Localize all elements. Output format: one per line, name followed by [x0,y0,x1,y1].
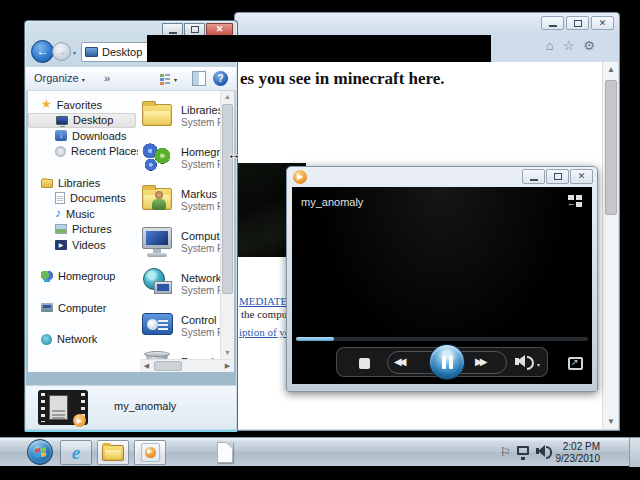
folder-icon [102,445,124,461]
nav-homegroup[interactable]: Homegroup [28,269,138,285]
selected-file-name: my_anomaly [114,400,176,412]
close-icon: ✕ [599,19,607,28]
nav-computer[interactable]: Computer [28,300,138,316]
volume-dropdown-icon[interactable]: ▾ [537,361,540,368]
taskbar-item-internet-explorer[interactable]: e [60,440,92,465]
close-icon: ✕ [216,25,224,34]
maximize-icon [554,173,562,180]
close-icon: ✕ [578,172,586,181]
maximize-icon [191,26,199,33]
now-playing-title: my_anomaly [301,196,363,208]
browser-titlebar[interactable]: ✕ [235,13,619,33]
file-item-recycle-bin[interactable]: ♻ Recycle BinSystem Folder [140,348,220,359]
player-close-button[interactable]: ✕ [570,169,593,184]
nav-downloads[interactable]: ↓Downloads [28,128,138,144]
volume-icon[interactable] [515,358,519,365]
scroll-down-icon[interactable]: ▼ [221,347,234,359]
browser-close-button[interactable]: ✕ [591,16,614,30]
back-button[interactable]: ← [31,40,54,63]
file-item-homegroup[interactable]: HomegroupSystem Folder [140,138,220,177]
media-player-app-icon: ▶ [293,170,307,184]
nav-network[interactable]: Network [28,332,138,348]
home-icon[interactable]: ⌂ [546,38,554,53]
taskbar-item-document[interactable] [217,442,233,463]
nav-desktop[interactable]: Desktop [28,113,136,129]
action-center-flag-icon[interactable]: ⚐ [500,446,511,458]
start-button[interactable] [27,439,53,465]
file-item-libraries[interactable]: LibrariesSystem Folder [140,96,220,135]
organize-button[interactable]: Organize▾ [34,72,85,84]
player-maximize-button[interactable] [546,169,569,184]
page-link-fragment-2[interactable]: iption of yo [239,326,290,338]
nav-recent-places[interactable]: Recent Places [28,144,138,160]
user-folder-icon [140,183,176,216]
seek-bar[interactable] [296,337,588,341]
views-button[interactable]: ▾ [160,72,182,86]
internet-explorer-icon: e [72,443,80,462]
minimize-icon [169,32,177,34]
settings-gear-icon[interactable]: ⚙ [583,38,595,53]
player-minimize-button[interactable] [522,169,545,184]
recent-pages-dropdown[interactable]: ▾ [73,49,76,56]
homegroup-icon [41,271,53,282]
rewind-button[interactable]: ◀◀ [394,356,403,367]
scroll-right-icon[interactable]: ▶ [221,360,234,372]
scrollbar-thumb[interactable] [222,104,233,294]
taskbar-item-explorer[interactable] [97,440,129,465]
fullscreen-button[interactable] [568,357,583,370]
clock-date: 9/23/2010 [552,453,600,465]
windows-flag-icon [35,447,46,459]
switch-to-library-icon[interactable] [568,195,582,208]
seek-bar-progress [296,337,334,341]
clock[interactable]: 2:02 PM 9/23/2010 [552,441,600,465]
file-item-markus[interactable]: MarkusSystem Folder [140,180,220,219]
preview-pane-button[interactable] [192,71,206,86]
downloads-icon: ↓ [55,130,67,141]
file-item-network[interactable]: NetworkSystem Folder [140,264,220,303]
toolbar-overflow-button[interactable]: » [104,72,110,84]
scroll-left-icon[interactable]: ◀ [140,360,153,372]
scroll-up-icon[interactable]: ▲ [221,91,234,103]
playback-controls: ◀◀ ▶▶ ▾ [292,343,592,381]
stop-button[interactable] [359,358,370,369]
play-overlay-icon: ▶ [73,414,86,427]
media-player-window: ▶ ✕ my_anomaly ◀◀ ▶▶ ▾ [286,166,598,392]
taskbar-item-media-player[interactable] [134,440,166,465]
scroll-up-icon[interactable]: ▲ [603,62,618,77]
nav-videos[interactable]: ▶Videos [28,237,138,253]
video-file-thumbnail-icon[interactable]: ▶ [38,390,88,425]
help-button[interactable]: ? [213,71,228,86]
file-item-computer[interactable]: ComputerSystem Folder [140,222,220,261]
browser-minimize-button[interactable] [541,16,564,30]
browser-restore-button[interactable] [566,16,589,30]
browser-scrollbar[interactable]: ▲ ▼ [602,62,618,429]
nav-music[interactable]: ♪Music [28,206,138,222]
details-pane: ▶ my_anomaly [26,385,236,429]
network-tray-icon[interactable] [517,446,529,455]
forward-button[interactable]: → [52,42,71,61]
fast-forward-button[interactable]: ▶▶ [475,356,484,367]
nav-pictures[interactable]: Pictures [28,222,138,238]
address-breadcrumb[interactable]: Desktop [102,46,142,58]
volume-tray-icon[interactable] [536,448,539,454]
scrollbar-thumb[interactable] [154,361,182,371]
taskbar: e ⚐ 2:02 PM 9/23/2010 [0,437,640,466]
scroll-down-icon[interactable]: ▼ [603,414,618,429]
show-desktop-button[interactable] [629,438,640,467]
file-list-horizontal-scrollbar[interactable]: ◀ ▶ [140,359,234,372]
nav-favorites[interactable]: ★Favorites [28,97,138,113]
libraries-folder-icon [140,99,176,132]
page-text: es you see in minecraft here. [240,69,445,89]
video-display-area[interactable]: my_anomaly ◀◀ ▶▶ ▾ [292,187,592,384]
nav-libraries[interactable]: Libraries [28,175,138,191]
clock-time: 2:02 PM [552,441,600,453]
chevron-down-icon: ▾ [82,77,85,83]
file-item-control-panel[interactable]: Control PanelSystem Folder [140,306,220,345]
recent-places-icon [55,146,66,157]
browser-scrollbar-thumb[interactable] [605,80,617,215]
nav-documents[interactable]: Documents [28,191,138,207]
favorites-star-icon[interactable]: ☆ [563,38,575,53]
file-list-vertical-scrollbar[interactable]: ▲ ▼ [220,91,234,359]
music-note-icon: ♪ [55,208,61,219]
pause-button[interactable] [429,344,465,380]
